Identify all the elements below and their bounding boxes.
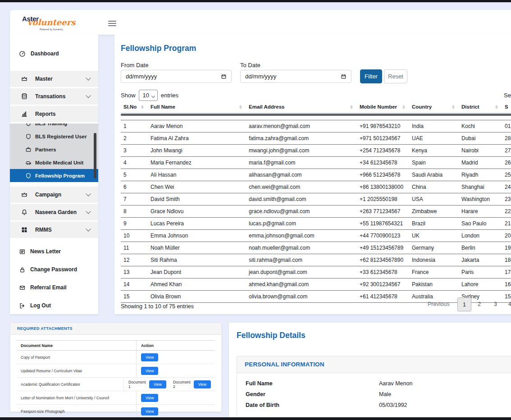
hamburger-menu-icon[interactable]: [108, 19, 116, 27]
view-button[interactable]: View: [141, 353, 158, 361]
pagination-previous[interactable]: Previous: [428, 301, 450, 307]
sidebar-item-news-letter[interactable]: News Letter: [10, 246, 98, 257]
table-cell: 5: [121, 169, 146, 181]
filter-button[interactable]: Filter: [360, 69, 382, 83]
sidebar-item-transations[interactable]: Transations: [10, 88, 98, 105]
table-cell: emma.johnson@gmail.com: [244, 230, 355, 242]
view-button[interactable]: View: [141, 367, 158, 375]
sidebar-item-referral-email[interactable]: Referral Email: [10, 282, 98, 293]
table-cell: Nairobi: [457, 145, 500, 157]
sidebar-item-reports[interactable]: Reports: [10, 106, 98, 122]
sidebar-item-log-out[interactable]: Log Out: [10, 300, 98, 311]
pagination: Previous1234: [114, 297, 511, 312]
table-row[interactable]: 14Ahmed Khanahmed.khan@gmail.com+92 3001…: [121, 278, 511, 291]
personal-information-section: PERSONAL INFORMATION Full NameAarav Meno…: [237, 356, 511, 420]
database-icon: [21, 93, 28, 100]
column-header-label: Country: [412, 104, 432, 110]
table-row[interactable]: 7David Smithdavid.smith@gmail.com+1 2025…: [121, 193, 511, 205]
table-cell: +92 3001234567: [355, 278, 407, 291]
calendar-icon[interactable]: [341, 73, 347, 79]
table-row[interactable]: 3John Mwangimwangi.john@gmail.com+254 71…: [121, 145, 511, 157]
sidebar-item-rmms[interactable]: RMMS: [10, 222, 98, 238]
horizontal-scrollbar[interactable]: [121, 114, 511, 116]
table-row[interactable]: 5Ali Hassanalihassan@gmail.com+966 51234…: [121, 169, 511, 181]
sidebar-item-label: BLS Training: [35, 123, 67, 126]
table-cell: Riyadh: [457, 169, 500, 181]
table-cell: alihassan@gmail.com: [244, 169, 355, 181]
table-cell: +1 2025550198: [355, 193, 407, 205]
pagination-page[interactable]: 3: [494, 301, 497, 307]
entries-select[interactable]: 10: [139, 90, 158, 101]
view-button[interactable]: View: [141, 394, 158, 402]
table-cell: Dubai: [457, 132, 500, 145]
sidebar-item-master[interactable]: Master: [10, 71, 98, 87]
sidebar-item-change-password[interactable]: Change Password: [10, 264, 98, 275]
column-header-country[interactable]: Country: [407, 103, 457, 113]
shield-icon: [25, 133, 32, 140]
table-cell: siti.rahma@gmail.com: [244, 254, 355, 266]
sort-icon: [350, 105, 353, 109]
column-header-label: District: [461, 104, 479, 110]
column-header-sl-no[interactable]: Sl.No: [121, 103, 146, 113]
calendar-icon[interactable]: [221, 73, 227, 79]
view-button[interactable]: View: [194, 380, 211, 388]
column-header-district[interactable]: District: [457, 103, 500, 113]
page-title: Fellowship Program: [121, 44, 196, 53]
pagination-page[interactable]: 4: [508, 301, 511, 307]
pagination-page[interactable]: 2: [478, 301, 481, 307]
table-row[interactable]: 13Jean Dupontjean.dupont@gmail.com+33 61…: [121, 266, 511, 278]
fellowship-table: 1Aarav Menonaarav.menon@gmail.com+91 987…: [121, 120, 511, 303]
table-row[interactable]: 12Siti Rahmasiti.rahma@gmail.com+62 8123…: [121, 254, 511, 266]
attachment-row: Academic Qualification CertificatesDocum…: [17, 378, 214, 391]
column-header-full-name[interactable]: Full Name: [146, 103, 244, 113]
from-date-input[interactable]: dd/mm/yyyy: [121, 70, 232, 83]
table-row[interactable]: 1Aarav Menonaarav.menon@gmail.com+91 987…: [121, 120, 511, 132]
table-cell: Berlin: [457, 242, 500, 254]
reset-button[interactable]: Reset: [384, 69, 407, 83]
table-cell: 20-: [500, 230, 511, 242]
sidebar-item-campaign[interactable]: Campaign: [10, 187, 98, 203]
table-cell: +44 7700900123: [355, 230, 407, 242]
table-cell: Chen Wei: [146, 181, 244, 193]
table-cell: John Mwangi: [146, 145, 244, 157]
reports-submenu: BLS TrainingBLS Registered UserPartnersM…: [10, 123, 98, 182]
show-entries-row: Show 10 entries: [121, 90, 178, 101]
sidebar-scrollbar[interactable]: [94, 133, 96, 178]
entries-selected-value: 10: [143, 92, 149, 99]
sidebar-item-bls-training[interactable]: BLS Training: [10, 123, 98, 130]
sidebar-item-label: Change Password: [30, 266, 77, 273]
to-date-input[interactable]: dd/mm/yyyy: [240, 70, 351, 83]
view-button[interactable]: View: [141, 407, 158, 415]
logout-icon: [19, 302, 26, 309]
sidebar-item-naseera-garden[interactable]: Naseera Garden: [10, 204, 98, 220]
sidebar-item-partners[interactable]: Partners: [10, 143, 98, 156]
chevron-down-icon: [86, 226, 91, 231]
view-button[interactable]: View: [149, 380, 166, 388]
table-row[interactable]: 9Lucas Pereiralucas.p@gmail.com+55 11987…: [121, 218, 511, 230]
table-cell: Indonesia: [407, 254, 457, 266]
table-cell: 27-: [500, 145, 511, 157]
table-row[interactable]: 4Maria Fernandezmaria.f@gmail.com+34 612…: [121, 157, 511, 169]
sort-icon: [141, 105, 144, 109]
table-cell: +55 11987654321: [355, 218, 407, 230]
sidebar-item-mobile-medical-unit[interactable]: Mobile Medical Unit: [10, 156, 98, 169]
table-cell: mwangi.john@gmail.com: [244, 145, 355, 157]
table-row[interactable]: 11Noah Müllernoah.mueller@gmail.com+49 1…: [121, 242, 511, 254]
sidebar-item-bls-registered-user[interactable]: BLS Registered User: [10, 130, 98, 143]
table-cell: Kochi: [457, 120, 500, 132]
table-row[interactable]: 8Grace Ndlovugrace.ndlovu@gmail.com+263 …: [121, 205, 511, 218]
table-row[interactable]: 6Chen Weichen.wei@gmail.com+86 138001380…: [121, 181, 511, 193]
table-row[interactable]: 10Emma Johnsonemma.johnson@gmail.com+44 …: [121, 230, 511, 242]
sidebar-item-dashboard[interactable]: Dashboard: [10, 47, 98, 60]
detail-value: Male: [379, 391, 391, 397]
column-header-s[interactable]: S: [500, 103, 511, 113]
column-header-email-address[interactable]: Email Address: [244, 103, 355, 113]
table-row[interactable]: 2Fatima Al Zahrafatima.zahra@gmail.com+9…: [121, 132, 511, 145]
crown-icon: [21, 75, 28, 82]
pagination-page-active[interactable]: 1: [457, 297, 471, 311]
sidebar-item-fellowship-program[interactable]: Fellowship Program: [10, 169, 98, 182]
sidebar-item-label: Master: [35, 76, 53, 82]
attachments-header-row: Document Name Action: [17, 340, 214, 351]
column-header-mobile-number[interactable]: Mobile Number: [355, 103, 407, 113]
document-label: Document 1: [128, 380, 146, 389]
